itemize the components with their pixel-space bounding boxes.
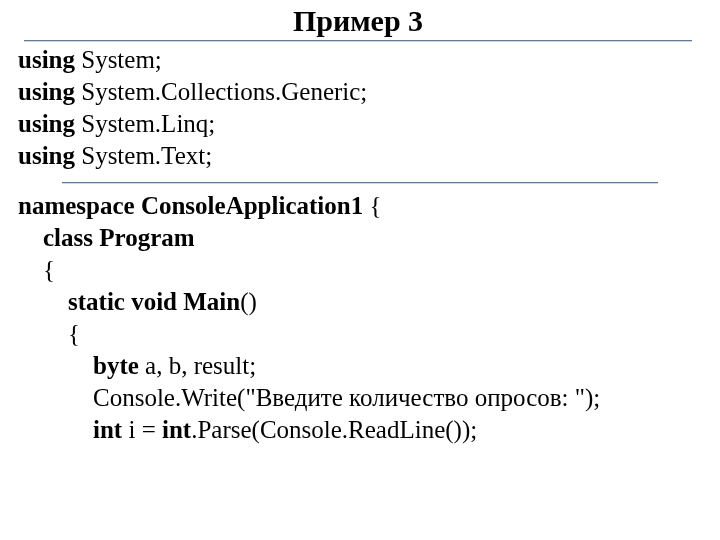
kw-class: class Program [43,224,195,251]
code-text: System.Text; [75,142,212,169]
code-text: System; [75,46,162,73]
code-text: Console.Write("Введите количество опросо… [18,384,600,411]
kw-using-3: using [18,110,75,137]
kw-int-2: int [162,416,191,443]
kw-using-2: using [18,78,75,105]
kw-int-1: int [93,416,122,443]
code-text: System.Linq; [75,110,215,137]
kw-byte: byte [93,352,139,379]
code-text: a, b, result; [139,352,256,379]
code-block: using System; using System.Collections.G… [18,44,698,172]
slide-title: Пример 3 [18,4,698,38]
code-block-2: namespace ConsoleApplication1 { class Pr… [18,190,698,446]
kw-namespace: namespace ConsoleApplication1 [18,192,363,219]
kw-using-4: using [18,142,75,169]
section-divider [62,182,658,184]
kw-main: static void Main [68,288,240,315]
code-text: .Parse(Console.ReadLine()); [191,416,477,443]
code-text: { [18,256,55,283]
code-text: { [18,320,80,347]
title-divider [24,40,692,42]
slide: Пример 3 using System; using System.Coll… [0,0,720,540]
code-text: () [240,288,257,315]
code-text: { [363,192,381,219]
code-text: System.Collections.Generic; [75,78,367,105]
code-text: i = [122,416,162,443]
kw-using-1: using [18,46,75,73]
